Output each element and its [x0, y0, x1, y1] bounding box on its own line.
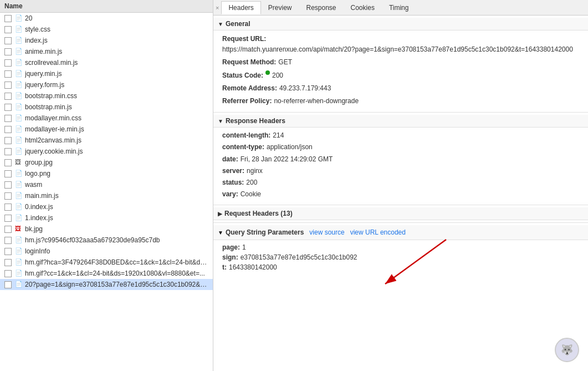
qs-view-url-encoded-link[interactable]: view URL encoded — [350, 228, 406, 236]
file-checkbox[interactable] — [4, 115, 12, 122]
file-icon-doc: 📄 — [15, 136, 23, 144]
file-checkbox[interactable] — [4, 259, 12, 266]
qs-param-value: 1643380142000 — [229, 263, 277, 271]
file-checkbox[interactable] — [4, 15, 12, 22]
file-checkbox[interactable] — [4, 237, 12, 244]
file-checkbox[interactable] — [4, 170, 12, 177]
tab-cookies[interactable]: Cookies — [344, 1, 382, 14]
response-header-row: server:nginx — [213, 165, 588, 177]
file-list-item[interactable]: 📄hm.js?c99546cf032aaa5a679230de9a95c7db — [0, 235, 213, 246]
file-name-label: scrollreveal.min.js — [25, 59, 78, 67]
file-name-label: bk.jpg — [25, 225, 43, 233]
file-list-item[interactable]: 📄jquery.min.js — [0, 68, 213, 79]
file-name-label: hm.gif?hca=3F479264F38D0BED&cc=1&ck=1&cl… — [25, 258, 208, 266]
file-name-label: index.js — [25, 37, 48, 44]
request-url-label: Request URL: — [222, 34, 266, 44]
file-list-item[interactable]: 🖼group.jpg — [0, 157, 213, 168]
tab-close-icon[interactable]: × — [216, 4, 219, 11]
response-header-row: content-type:application/json — [213, 141, 588, 153]
file-list-item[interactable]: 📄index.js — [0, 35, 213, 46]
file-checkbox[interactable] — [4, 270, 12, 277]
file-checkbox[interactable] — [4, 148, 12, 155]
response-headers-title: Response Headers — [226, 117, 285, 125]
query-string-section: ▼ Query String Parameters view source vi… — [213, 223, 588, 277]
file-checkbox[interactable] — [4, 192, 12, 200]
qs-param-value: 1 — [242, 243, 246, 251]
file-checkbox[interactable] — [4, 159, 12, 166]
response-header-value: 214 — [273, 130, 284, 141]
response-header-value: Fri, 28 Jan 2022 14:29:02 GMT — [241, 154, 333, 165]
tab-headers[interactable]: Headers — [221, 1, 260, 14]
file-list-item[interactable]: 📄0.index.js — [0, 201, 213, 212]
file-checkbox[interactable] — [4, 93, 12, 100]
file-icon-doc: 📄 — [15, 70, 23, 78]
file-list-item[interactable]: 📄hm.gif?cc=1&ck=1&cl=24-bit&ds=1920x1080… — [0, 268, 213, 279]
remote-address-label: Remote Address: — [222, 83, 277, 94]
file-checkbox[interactable] — [4, 82, 12, 89]
file-list-item[interactable]: 📄hm.gif?hca=3F479264F38D0BED&cc=1&ck=1&c… — [0, 257, 213, 268]
file-list-item[interactable]: 📄style.css — [0, 24, 213, 35]
file-checkbox[interactable] — [4, 59, 12, 67]
response-headers-section-header[interactable]: ▼ Response Headers — [213, 115, 588, 128]
qs-section-header[interactable]: ▼ Query String Parameters view source vi… — [213, 225, 588, 240]
qs-view-source-link[interactable]: view source — [309, 228, 344, 236]
file-checkbox[interactable] — [4, 37, 12, 44]
qs-param-row: sign:e3708153a77e87e1d95c5c1c30c1b092 — [213, 252, 588, 262]
file-list-item[interactable]: 📄20?page=1&sign=e3708153a77e87e1d95c5c1c… — [0, 279, 213, 290]
file-list-item[interactable]: 📄anime.min.js — [0, 46, 213, 57]
referrer-policy-value: no-referrer-when-downgrade — [274, 96, 359, 106]
request-url-value: https://match.yuanrenxue.com/api/match/2… — [222, 44, 573, 55]
response-header-label: vary: — [222, 189, 238, 200]
file-list-item[interactable]: 📄wasm — [0, 179, 213, 190]
general-section-header[interactable]: ▼ General — [213, 18, 588, 31]
avatar: 🐺 — [555, 338, 579, 362]
file-icon-doc: 📄 — [15, 114, 23, 122]
file-list-item[interactable]: 📄loginInfo — [0, 246, 213, 257]
file-list-item[interactable]: 📄scrollreveal.min.js — [0, 57, 213, 68]
file-checkbox[interactable] — [4, 248, 12, 255]
file-list-item[interactable]: 📄modallayer.min.css — [0, 113, 213, 124]
file-list-item[interactable]: 📄main.min.js — [0, 190, 213, 201]
file-list-item[interactable]: 📄bootstrap.min.js — [0, 101, 213, 113]
file-checkbox[interactable] — [4, 126, 12, 133]
file-checkbox[interactable] — [4, 226, 12, 233]
qs-param-label: page: — [222, 243, 240, 251]
referrer-policy-row: Referrer Policy: no-referrer-when-downgr… — [213, 95, 588, 108]
referrer-policy-label: Referrer Policy: — [222, 96, 272, 106]
file-list-item[interactable]: 📄logo.png — [0, 168, 213, 179]
file-checkbox[interactable] — [4, 281, 12, 288]
file-checkbox[interactable] — [4, 104, 12, 111]
file-checkbox[interactable] — [4, 70, 12, 78]
file-list-item[interactable]: 📄modallayer-ie.min.js — [0, 124, 213, 135]
tab-preview[interactable]: Preview — [261, 1, 299, 14]
request-headers-section-header[interactable]: ▶ Request Headers (13) — [213, 207, 588, 220]
file-name-label: anime.min.js — [25, 48, 62, 55]
file-checkbox[interactable] — [4, 137, 12, 144]
request-method-label: Request Method: — [222, 57, 276, 68]
file-icon-doc: 📄 — [15, 281, 23, 288]
file-list-item[interactable]: 📄html2canvas.min.js — [0, 135, 213, 146]
file-list-item[interactable]: 📄1.index.js — [0, 212, 213, 223]
file-checkbox[interactable] — [4, 26, 12, 33]
file-icon-doc: 📄 — [15, 181, 23, 189]
file-checkbox[interactable] — [4, 48, 12, 55]
file-name-label: logo.png — [25, 170, 50, 177]
file-list-item[interactable]: 📄20 — [0, 13, 213, 24]
file-list-item[interactable]: 📄jquery.form.js — [0, 79, 213, 90]
status-code-label: Status Code: — [222, 70, 263, 81]
file-icon-doc: 📄 — [15, 214, 23, 222]
file-checkbox[interactable] — [4, 204, 12, 211]
tab-response[interactable]: Response — [299, 1, 343, 14]
request-headers-arrow-icon: ▶ — [218, 211, 222, 217]
file-checkbox[interactable] — [4, 215, 12, 222]
file-name-label: 0.index.js — [25, 203, 53, 211]
remote-address-value: 49.233.7.179:443 — [279, 83, 331, 94]
qs-title: Query String Parameters — [226, 228, 304, 236]
tab-timing[interactable]: Timing — [382, 1, 416, 14]
file-checkbox[interactable] — [4, 181, 12, 189]
status-code-value: 200 — [272, 70, 283, 81]
file-list-item[interactable]: 📄jquery.cookie.min.js — [0, 146, 213, 157]
file-list-item[interactable]: 📄bootstrap.min.css — [0, 90, 213, 101]
file-list-item[interactable]: 🖼bk.jpg — [0, 223, 213, 235]
response-headers-section: ▼ Response Headers content-length:214con… — [213, 112, 588, 205]
